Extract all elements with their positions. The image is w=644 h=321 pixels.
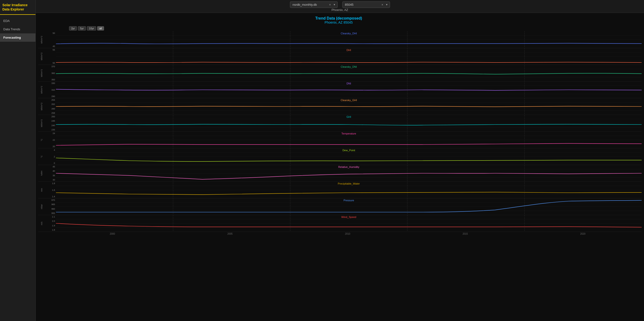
db-clear-icon[interactable]: ×	[329, 3, 331, 7]
chart-row-wind_speed: m/s2.12.01.91.8Wind_Speed	[38, 215, 642, 232]
x-tick-2005: 2005	[171, 233, 289, 235]
series-label-pressure: Pressure	[344, 199, 354, 202]
y-unit-dew_point: °C	[38, 148, 45, 165]
chart-canvas-ghi: GHI	[56, 115, 642, 131]
chart-canvas-precipitable_water: Precipitable_Water	[56, 182, 642, 198]
series-label-precipitable_water: Precipitable_Water	[338, 182, 360, 185]
y-tick: 290	[52, 95, 55, 98]
topbar: nsrdb_monthly.db × ▼ 85045 × ▼ Phoenix, …	[36, 0, 644, 13]
chart-title: Trend Data (decomposed)	[36, 16, 642, 21]
charts-area: Wh/m^25045Clearsky_DHIWh/m^25550DHIWh/m^…	[36, 32, 642, 232]
y-tick: 262	[52, 103, 55, 105]
y-axis-relative_humidity: 45403530	[45, 165, 56, 182]
sidebar-item-forecasting[interactable]: Forecasting	[0, 33, 36, 42]
chart-row-temperature: °C242220Temperature	[38, 132, 642, 148]
y-unit-pressure: mbar	[38, 198, 45, 215]
time-btn-10yr[interactable]: 10yr	[87, 26, 96, 31]
y-axis-clearsky_ghi: 264262260258	[45, 98, 56, 115]
y-tick: 260	[52, 108, 55, 110]
chart-row-pressure: mbar970965960955Pressure	[38, 198, 642, 215]
y-unit-wind_speed: m/s	[38, 215, 45, 232]
y-tick: 258	[52, 112, 55, 114]
zip-dropdown-wrapper: 85045 × ▼	[342, 2, 390, 8]
series-label-dew_point: Dew_Point	[342, 149, 355, 152]
chart-canvas-temperature: Temperature	[56, 132, 642, 148]
y-axis-precipitable_water: 1.81.61.4	[45, 182, 56, 198]
sidebar-item-data-trends[interactable]: Data Trends	[0, 25, 36, 33]
y-unit-ghi: Wh/m^2	[38, 115, 45, 131]
chart-row-dew_point: °C420Dew_Point	[38, 148, 642, 165]
y-axis-dhi: 5550	[45, 48, 56, 65]
y-tick: 2.1	[52, 216, 55, 218]
chart-canvas-dni: DNI	[56, 82, 642, 98]
chart-row-clearsky_ghi: Wh/m^2264262260258Clearsky_GHI	[38, 98, 642, 115]
y-tick: 1.8	[52, 182, 55, 185]
time-btn-2yr[interactable]: 2yr	[69, 26, 77, 31]
y-tick: 55	[52, 49, 55, 51]
chart-canvas-clearsky_dhi: Clearsky_DHI	[56, 32, 642, 48]
y-tick: 35	[52, 174, 55, 177]
sidebar-item-eda[interactable]: EDA	[0, 17, 36, 25]
y-tick: 2.0	[52, 220, 55, 222]
topbar-dropdowns: nsrdb_monthly.db × ▼ 85045 × ▼	[290, 2, 390, 8]
y-axis-clearsky_dhi: 5045	[45, 32, 56, 48]
y-tick: 22	[52, 139, 55, 141]
series-label-clearsky_dni: Clearsky_DNI	[341, 65, 357, 68]
x-tick-2015: 2015	[406, 233, 524, 235]
chart-row-dhi: Wh/m^25550DHI	[38, 48, 642, 65]
y-tick: 50	[52, 62, 55, 64]
y-axis-ghi: 250245240235	[45, 115, 56, 131]
time-range-buttons: 2yr 5yr 10yr all	[55, 25, 642, 32]
y-tick: 250	[52, 115, 55, 118]
y-unit-precipitable_water: mm	[38, 182, 45, 198]
series-label-relative_humidity: Relative_Humidity	[338, 166, 360, 168]
time-btn-5yr[interactable]: 5yr	[78, 26, 86, 31]
y-tick: 360	[52, 72, 55, 74]
y-tick: 50	[52, 32, 55, 34]
y-tick: 20	[52, 145, 55, 148]
y-unit-clearsky_dni: Wh/m^2	[38, 65, 45, 81]
y-axis-dni: 330310290	[45, 82, 56, 98]
y-tick: 960	[52, 208, 55, 210]
series-label-temperature: Temperature	[342, 132, 356, 135]
series-label-dhi: DHI	[347, 49, 351, 52]
y-tick: 245	[52, 120, 55, 122]
y-tick: 1.4	[52, 195, 55, 198]
chart-row-clearsky_dni: Wh/m^2370360350Clearsky_DNI	[38, 65, 642, 82]
y-axis-pressure: 970965960955	[45, 198, 56, 215]
content-area: Trend Data (decomposed) Phoenix, AZ 8504…	[36, 13, 644, 321]
series-label-clearsky_ghi: Clearsky_GHI	[341, 99, 357, 102]
y-unit-dhi: Wh/m^2	[38, 48, 45, 65]
y-axis-clearsky_dni: 370360350	[45, 65, 56, 81]
y-tick: 45	[52, 45, 55, 48]
chart-canvas-relative_humidity: Relative_Humidity	[56, 165, 642, 182]
y-unit-temperature: °C	[38, 132, 45, 148]
y-tick: 1.6	[52, 189, 55, 191]
y-tick: 965	[52, 203, 55, 206]
y-tick: 40	[52, 170, 55, 172]
y-tick: 240	[52, 124, 55, 127]
chart-row-ghi: Wh/m^2250245240235GHI	[38, 115, 642, 132]
y-tick: 310	[52, 89, 55, 91]
chart-canvas-wind_speed: Wind_Speed	[56, 215, 642, 232]
y-tick: 330	[52, 82, 55, 84]
y-unit-dni: Wh/m^2	[38, 82, 45, 98]
x-tick-2000: 2000	[54, 233, 171, 235]
sidebar: Solar IrradianceData Explorer EDA Data T…	[0, 0, 36, 321]
series-label-dni: DNI	[347, 82, 351, 85]
y-tick: 350	[52, 78, 55, 81]
y-tick: 1.8	[52, 229, 55, 231]
chart-row-dni: Wh/m^2330310290DNI	[38, 82, 642, 98]
series-label-clearsky_dhi: Clearsky_DHI	[341, 32, 357, 35]
db-dropdown-wrapper: nsrdb_monthly.db × ▼	[290, 2, 338, 8]
chart-row-clearsky_dhi: Wh/m^25045Clearsky_DHI	[38, 32, 642, 48]
time-btn-all[interactable]: all	[97, 26, 104, 31]
location-label: Phoenix, AZ	[332, 8, 348, 12]
main-panel: nsrdb_monthly.db × ▼ 85045 × ▼ Phoenix, …	[36, 0, 644, 321]
chart-header: Trend Data (decomposed) Phoenix, AZ 8504…	[36, 15, 642, 24]
chart-canvas-dew_point: Dew_Point	[56, 148, 642, 165]
chart-canvas-pressure: Pressure	[56, 198, 642, 215]
y-unit-relative_humidity: %RH	[38, 165, 45, 182]
zip-clear-icon[interactable]: ×	[382, 3, 383, 7]
chart-row-precipitable_water: mm1.81.61.4Precipitable_Water	[38, 182, 642, 198]
